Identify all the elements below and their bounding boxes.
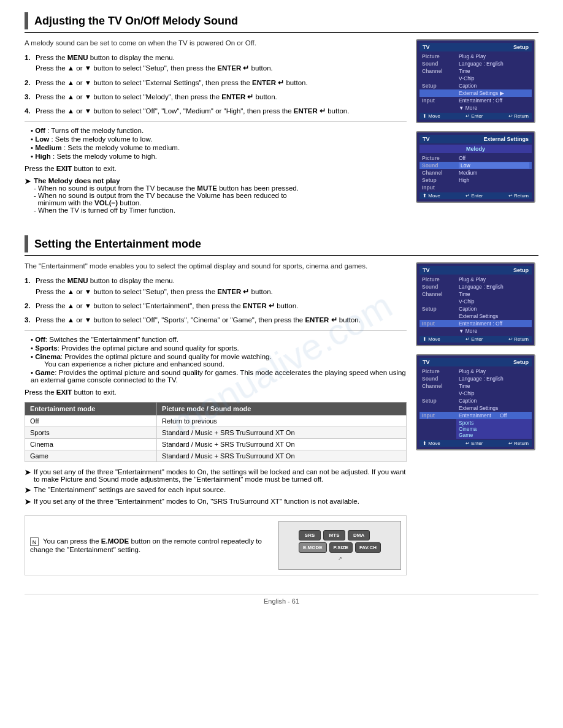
m-val-off: Off [459, 155, 529, 161]
menu-row-ext-settings: External Settings ▶ [419, 89, 532, 97]
melody-intro: A melody sound can be set to come on whe… [25, 39, 407, 47]
s3-row-7: Input Entertainment : Off [419, 320, 532, 327]
s3-label-sound: Sound [422, 284, 459, 290]
ent-mode-off: Off [25, 415, 157, 427]
table-row: Game Standard / Music + SRS TruSurround … [25, 450, 407, 462]
medium-label: Medium [35, 144, 61, 151]
screen2-ext: External Settings [483, 136, 529, 142]
step-content-4: Press the ▲ or ▼ button to select "Off",… [36, 106, 407, 116]
table-header-row: Entertainment mode Picture mode / Sound … [25, 403, 407, 415]
s3-row-2: Sound Language : English [419, 283, 532, 290]
s3-footer-move: ⬆ Move [423, 336, 440, 342]
screen3-header: TV Setup [419, 266, 532, 275]
footer-move-1: ⬆ Move [423, 113, 440, 119]
favch-btn: FAV.CH [355, 542, 381, 553]
screen3-footer: ⬆ Move ↵ Enter ↩ Return [419, 336, 532, 343]
vol-bold: VOL(−) [94, 199, 118, 207]
menu-row-sound: Sound Language : English [419, 60, 532, 67]
melody-section-label: Melody [419, 145, 532, 153]
s4-label-picture: Picture [422, 368, 459, 374]
melody-header: Adjusting the TV On/Off Melody Sound [25, 12, 538, 33]
ent-off-label: Off [35, 336, 45, 343]
section-bar [25, 12, 28, 29]
screen1-header: TV Setup [419, 43, 532, 51]
page-number: English - 61 [25, 594, 538, 605]
s4-label-input: Input [422, 412, 459, 419]
s3-val-caption: Caption [459, 306, 529, 312]
menu-label-sound: Sound [422, 61, 459, 67]
melody-off-row: Picture Off [419, 154, 532, 162]
enter-bold-1: ENTER ↵ [217, 64, 249, 72]
menu-val-vchip: V-Chip [459, 75, 529, 82]
remote-row-2: E.MODE P.SIZE FAV.CH [299, 542, 381, 553]
step-content-2: Press the ▲ or ▼ button to select "Exter… [36, 78, 407, 88]
s3-row-4: V-Chip [419, 298, 532, 305]
enter-bold-2: ENTER ↵ [252, 79, 284, 86]
s4-row-3: Channel Time [419, 382, 532, 390]
s4-val-caption: Caption [459, 398, 529, 404]
ent-table-head: Entertainment mode Picture mode / Sound … [25, 403, 407, 415]
footer-enter-2: ↵ Enter [465, 193, 483, 199]
menu-row-more: ▼ More [419, 104, 532, 112]
screen2-footer: ⬆ Move ↵ Enter ↩ Return [419, 192, 532, 199]
menu-label-picture: Picture [422, 53, 459, 59]
footer-enter-1: ↵ Enter [465, 113, 483, 119]
melody-note-line-1: - When no sound is output from the TV be… [34, 184, 299, 192]
ent-dd-cinema: Cinema [459, 426, 529, 432]
s3-label-ch: Channel [422, 291, 459, 297]
remote-buttons: SRS MTS DMA E.MODE P.SIZE FAV.CH [299, 530, 381, 553]
exit-bold: EXIT [56, 165, 72, 172]
enter-bold-3: ENTER ↵ [221, 93, 253, 100]
ent-enter-3: ENTER ↵ [305, 316, 337, 324]
table-row: Sports Standard / Music + SRS TruSurroun… [25, 427, 407, 439]
ent-table: Entertainment mode Picture mode / Sound … [25, 402, 407, 462]
s3-row-6: External Settings [419, 313, 532, 320]
ent-game-label: Game [35, 369, 55, 376]
s3-row-5: Setup Caption [419, 305, 532, 313]
ent-step-content-3: Press the ▲ or ▼ button to select "Off",… [36, 315, 407, 325]
tv-screen-2: TV External Settings Melody Picture Off … [416, 131, 535, 203]
menu-bold-1: MENU [67, 54, 88, 61]
ent-note-1: ➤ If you set any of the three "Entertain… [25, 468, 407, 483]
melody-screens: TV Setup Picture Plug & Play Sound Langu… [416, 39, 538, 217]
option-high: • High : Sets the melody volume to high. [31, 153, 407, 160]
menu-val-time: Time [459, 68, 529, 74]
melody-title: Adjusting the TV On/Off Melody Sound [34, 15, 238, 28]
ent-mode-sports: Sports [25, 427, 157, 439]
s4-label-ch: Channel [422, 383, 459, 389]
s3-val-ent: Entertainment : Off [459, 320, 529, 327]
arrow-sym-1: ➤ [25, 177, 31, 186]
screen4-header: TV Setup [419, 358, 532, 366]
melody-exit: Press the EXIT button to exit. [25, 165, 407, 172]
ent-note-2-text: The "Entertainment" settings are saved f… [34, 486, 226, 493]
ent-exit-bold: EXIT [56, 389, 72, 396]
menu-row-picture: Picture Plug & Play [419, 53, 532, 60]
s3-row-8: ▼ More [419, 327, 532, 335]
ent-dropdown: Sports Cinema Game [456, 419, 532, 439]
ent-notes: ➤ If you set any of the three "Entertain… [25, 468, 407, 506]
high-label: High [35, 153, 51, 160]
entertainment-section: Setting the Entertainment mode The "Ente… [25, 235, 538, 575]
s4-val-time: Time [459, 383, 529, 389]
m-label-channel: Channel [422, 170, 459, 176]
ent-intro: The "Entertainment" mode enables you to … [25, 262, 407, 270]
ent-dd-sports: Sports [459, 420, 529, 426]
screen3-tv: TV [423, 267, 430, 273]
emode-bold: E.MODE [101, 537, 129, 545]
screen4-setup: Setup [513, 359, 529, 365]
screen4-footer: ⬆ Move ↵ Enter ↩ Return [419, 440, 532, 447]
ent-option-sports: • Sports: Provides the optimal picture a… [31, 344, 407, 352]
s3-val-vchip: V-Chip [459, 298, 529, 305]
ent-cinema-label: Cinema [35, 353, 61, 360]
step-content-1: Press the MENU button to display the men… [36, 53, 407, 74]
ent-menu-bold-1: MENU [67, 277, 88, 284]
melody-step-1: 1. Press the MENU button to display the … [25, 53, 407, 74]
melody-step-3: 3. Press the ▲ or ▼ button to select "Me… [25, 92, 407, 102]
footer-return-2: ↩ Return [508, 193, 529, 199]
mute-bold: MUTE [197, 184, 217, 192]
menu-label-channel: Channel [422, 68, 459, 74]
s3-footer-return: ↩ Return [508, 336, 529, 342]
s3-val-more: ▼ More [459, 328, 529, 334]
note-icon: N [30, 537, 39, 546]
ent-step-content-1: Press the MENU button to display the men… [36, 276, 407, 297]
